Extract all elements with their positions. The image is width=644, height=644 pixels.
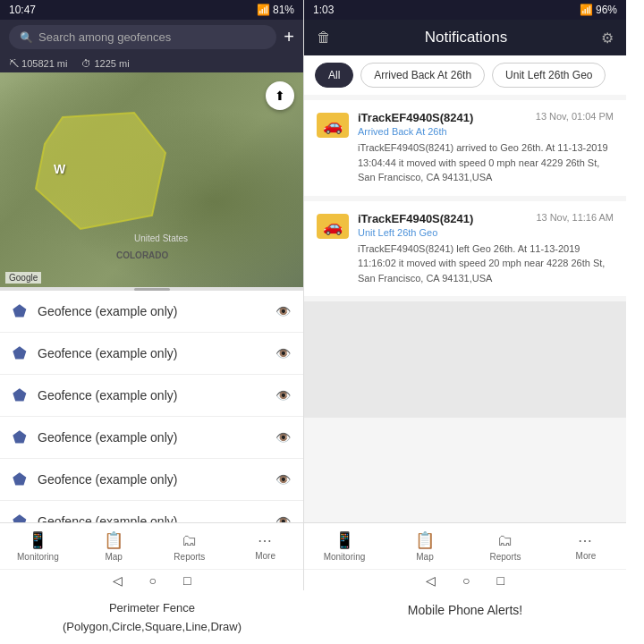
search-icon: 🔍 — [20, 31, 33, 44]
geofence-icon-6: ⬟ — [13, 512, 27, 522]
bottom-nav-left: 📱 Monitoring 📋 Map 🗂 Reports ⋯ More — [0, 522, 303, 569]
geofence-item-4[interactable]: ⬟ Geofence (example only) 👁️ — [0, 417, 303, 459]
phone-right: 1:03 📶 96% 🗑 Notifications ⚙ All Arrived… — [304, 0, 626, 590]
monitoring-icon-right: 📱 — [335, 530, 354, 550]
phone-left: 10:47 📶 81% 🔍 Search among geofences + ⛏… — [0, 0, 304, 590]
status-bar-left: 10:47 📶 81% — [0, 0, 303, 20]
gear-icon[interactable]: ⚙ — [601, 30, 614, 47]
nav-reports-label-left: Reports — [174, 552, 205, 562]
nav-more-right[interactable]: ⋯ More — [546, 523, 626, 569]
geofence-item-6[interactable]: ⬟ Geofence (example only) 👁️ — [0, 501, 303, 522]
filter-all-button[interactable]: All — [315, 63, 353, 88]
search-input-wrap[interactable]: 🔍 Search among geofences — [9, 25, 276, 49]
filter-arrived-button[interactable]: Arrived Back At 26th — [360, 63, 485, 88]
recents-button-right[interactable]: □ — [497, 573, 504, 588]
notification-item-2[interactable]: 🚗 iTrackEF4940S(8241) 13 Nov, 11:16 AM U… — [304, 201, 626, 297]
eye-icon-2[interactable]: 👁️ — [275, 346, 291, 360]
geofence-list: ⬟ Geofence (example only) 👁️ ⬟ Geofence … — [0, 291, 303, 522]
caption-row: Perimeter Fence (Polygon,Circle,Square,L… — [0, 590, 644, 644]
eye-icon-5[interactable]: 👁️ — [275, 472, 291, 487]
back-button-right[interactable]: ◁ — [426, 573, 436, 588]
map-terrain: W United States COLORADO ⬆ Google — [0, 72, 303, 287]
notifications-title: Notifications — [340, 29, 592, 47]
nav-more-label-right: More — [576, 551, 597, 561]
filter-left-button[interactable]: Unit Left 26th Geo — [492, 63, 606, 88]
nav-reports-label-right: Reports — [489, 552, 521, 562]
stat-distance2: ⏱ 1225 mi — [81, 58, 129, 69]
notif-date-2: 13 Nov, 11:16 AM — [536, 212, 614, 223]
geofence-item-5[interactable]: ⬟ Geofence (example only) 👁️ — [0, 459, 303, 501]
caption-left-line2: (Polygon,Circle,Square,Line,Draw) — [63, 620, 242, 633]
geofence-item-2[interactable]: ⬟ Geofence (example only) 👁️ — [0, 333, 303, 375]
trash-icon[interactable]: 🗑 — [317, 30, 331, 46]
geofence-item-1[interactable]: ⬟ Geofence (example only) 👁️ — [0, 291, 303, 333]
search-placeholder: Search among geofences — [38, 30, 171, 44]
system-bar-left: ◁ ○ □ — [0, 569, 303, 590]
nav-monitoring-label-right: Monitoring — [324, 552, 366, 562]
recents-button-left[interactable]: □ — [183, 573, 191, 588]
geofence-icon-3: ⬟ — [13, 386, 27, 405]
signal-icon-right: 📶 — [580, 4, 593, 16]
caption-right: Mobile Phone Alerts! — [304, 590, 626, 644]
geofence-icon-1: ⬟ — [13, 301, 27, 321]
eye-icon-4[interactable]: 👁️ — [275, 430, 291, 445]
nav-monitoring-label-left: Monitoring — [17, 552, 59, 562]
add-geofence-button[interactable]: + — [284, 27, 294, 47]
google-label: Google — [5, 272, 41, 284]
nav-monitoring-right[interactable]: 📱 Monitoring — [304, 523, 385, 569]
car-icon-2: 🚗 — [317, 214, 349, 239]
road-icon: ⛏ — [9, 58, 19, 69]
map-co-label: COLORADO — [116, 250, 168, 260]
notif-content-1: iTrackEF4940S(8241) 13 Nov, 01:04 PM Arr… — [358, 111, 614, 185]
geofence-label-2: Geofence (example only) — [38, 346, 265, 360]
geofence-label-3: Geofence (example only) — [38, 388, 265, 402]
home-button-right[interactable]: ○ — [462, 573, 470, 588]
nav-reports-right[interactable]: 🗂 Reports — [465, 523, 546, 569]
map-w-label: W — [54, 162, 65, 176]
eye-icon-1[interactable]: 👁️ — [275, 304, 291, 318]
stat-distance1: ⛏ 105821 mi — [9, 58, 67, 69]
nav-map-right[interactable]: 📋 Map — [385, 523, 465, 569]
nav-monitoring-left[interactable]: 📱 Monitoring — [0, 523, 76, 569]
eye-icon-6[interactable]: 👁️ — [275, 514, 291, 522]
geofence-label-5: Geofence (example only) — [38, 472, 265, 487]
geofence-icon-2: ⬟ — [13, 343, 27, 363]
notification-item-1[interactable]: 🚗 iTrackEF4940S(8241) 13 Nov, 01:04 PM A… — [304, 100, 626, 196]
car-emoji-1: 🚗 — [323, 115, 343, 135]
filter-bar: All Arrived Back At 26th Unit Left 26th … — [304, 55, 626, 95]
geofence-polygon — [27, 108, 170, 233]
time-left: 10:47 — [9, 4, 36, 16]
notif-device-1: iTrackEF4940S(8241) — [358, 111, 473, 124]
caption-left-line1: Perimeter Fence — [109, 601, 195, 614]
empty-notification-area — [304, 301, 626, 418]
map-view[interactable]: W United States COLORADO ⬆ Google — [0, 72, 303, 287]
geofence-label-1: Geofence (example only) — [38, 304, 265, 318]
time-right: 1:03 — [313, 4, 334, 16]
notification-list: 🚗 iTrackEF4940S(8241) 13 Nov, 01:04 PM A… — [304, 95, 626, 522]
notif-desc-2: iTrackEF4940S(8241) left Geo 26th. At 11… — [358, 242, 614, 286]
eye-icon-3[interactable]: 👁️ — [275, 388, 291, 402]
battery-right: 📶 96% — [580, 4, 617, 16]
battery-left: 📶 81% — [257, 4, 294, 16]
stats-bar: ⛏ 105821 mi ⏱ 1225 mi — [0, 55, 303, 72]
home-button-left[interactable]: ○ — [149, 573, 157, 588]
more-icon-right: ⋯ — [578, 532, 594, 549]
back-button-left[interactable]: ◁ — [113, 573, 123, 588]
compass-button[interactable]: ⬆ — [266, 81, 294, 110]
map-icon-left: 📋 — [104, 530, 123, 550]
more-icon-left: ⋯ — [258, 532, 274, 549]
nav-reports-left[interactable]: 🗂 Reports — [152, 523, 228, 569]
geofence-item-3[interactable]: ⬟ Geofence (example only) 👁️ — [0, 375, 303, 417]
notif-sub-2: Unit Left 26th Geo — [358, 227, 614, 238]
notif-desc-1: iTrackEF4940S(8241) arrived to Geo 26th.… — [358, 140, 614, 185]
nav-more-label-left: More — [255, 551, 275, 561]
notif-date-1: 13 Nov, 01:04 PM — [536, 111, 614, 122]
geofence-icon-4: ⬟ — [13, 428, 27, 447]
notif-content-2: iTrackEF4940S(8241) 13 Nov, 11:16 AM Uni… — [358, 212, 614, 286]
nav-more-left[interactable]: ⋯ More — [227, 523, 303, 569]
nav-map-left[interactable]: 📋 Map — [76, 523, 152, 569]
compass-icon: ⬆ — [275, 89, 285, 103]
monitoring-icon-left: 📱 — [28, 530, 47, 550]
reports-icon-right: 🗂 — [497, 531, 513, 550]
search-bar: 🔍 Search among geofences + — [0, 20, 303, 55]
